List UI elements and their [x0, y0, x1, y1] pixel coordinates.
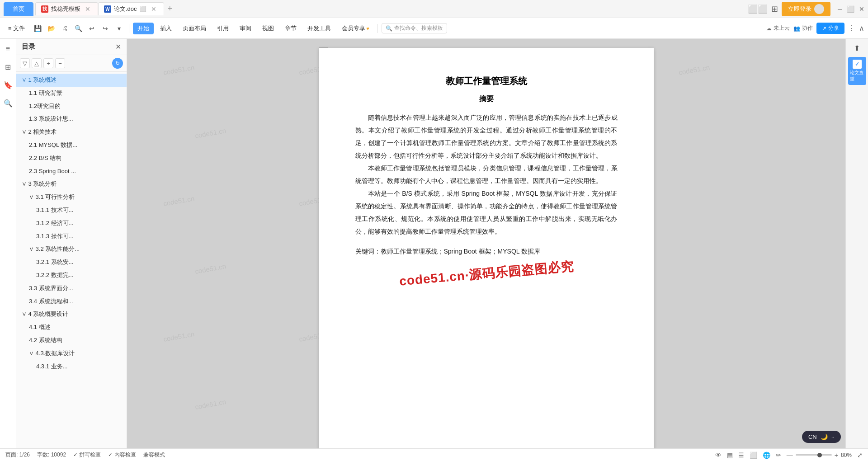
- tab-template[interactable]: 找 找稳壳模板 ✕: [35, 2, 98, 15]
- share-button[interactable]: ↗ 分享: [816, 23, 844, 34]
- document-page: 教师工作量管理系统 摘要 随着信息技术在管理上越来越深入而广泛的应用，管理信息系…: [319, 48, 654, 448]
- zoom-plus-button[interactable]: +: [835, 452, 838, 459]
- view-doc-button[interactable]: ▤: [727, 452, 733, 459]
- toc-item[interactable]: 2.3 Spring Boot ...: [16, 165, 127, 178]
- ribbon-collapse-button[interactable]: ∧: [859, 24, 864, 33]
- view-page-button[interactable]: ⬜: [750, 452, 757, 459]
- toc-expand-all[interactable]: ▽: [20, 58, 30, 68]
- doc-tab-restore[interactable]: ⬜: [140, 6, 146, 12]
- zoom-slider[interactable]: [796, 454, 832, 456]
- ribbon-reference[interactable]: 引用: [212, 23, 233, 34]
- more-icon[interactable]: ▾: [113, 22, 125, 35]
- ribbon-chapter[interactable]: 章节: [280, 23, 301, 34]
- toc-item[interactable]: ∨ 4.3.数据库设计: [16, 347, 127, 360]
- upload-icon: ⬆: [852, 42, 863, 53]
- toc-item[interactable]: 3.2.1 系统安...: [16, 256, 127, 269]
- upload-button[interactable]: ⬆: [849, 42, 865, 53]
- view-list-button[interactable]: ☰: [738, 452, 744, 459]
- tab-doc[interactable]: W 论文.doc ⬜ ✕: [98, 2, 164, 15]
- ribbon-search-box[interactable]: 🔍 查找命令、搜索模板: [382, 23, 447, 33]
- toc-item[interactable]: 3.4 系统流程和...: [16, 295, 127, 308]
- toc-item[interactable]: 1.2研究目的: [16, 100, 127, 113]
- view-web-button[interactable]: 🌐: [763, 452, 770, 459]
- doc-tab-close[interactable]: ✕: [149, 5, 158, 14]
- toc-item[interactable]: 4.3.1 业务...: [16, 360, 127, 373]
- ribbon-layout[interactable]: 页面布局: [178, 23, 211, 34]
- maximize-button[interactable]: ⬜: [847, 5, 854, 13]
- minimize-button[interactable]: ─: [838, 5, 842, 13]
- ribbon-view[interactable]: 视图: [258, 23, 278, 34]
- zoom-minus-button[interactable]: —: [787, 452, 793, 459]
- redo-icon[interactable]: ↪: [99, 22, 112, 35]
- page-corner-tl: [319, 47, 328, 56]
- toc-item[interactable]: 2.1 MYSQL 数据...: [16, 139, 127, 152]
- layout-icon[interactable]: ⬜⬜: [748, 4, 768, 14]
- cn-label: CN: [808, 433, 817, 440]
- print-icon[interactable]: 🖨: [58, 22, 71, 35]
- cn-language-button[interactable]: CN 🌙 ··: [802, 431, 841, 443]
- bookmark-icon-button[interactable]: 🔖: [2, 79, 14, 91]
- preview-icon[interactable]: 🔍: [72, 22, 85, 35]
- sidebar-title: 目录: [22, 42, 35, 51]
- toc-refresh-button[interactable]: ↻: [112, 58, 123, 69]
- close-button[interactable]: ✕: [859, 5, 864, 13]
- content-check-button[interactable]: ✓ 内容检查: [108, 451, 136, 459]
- eye-button[interactable]: 👁: [715, 452, 722, 459]
- template-tab-close[interactable]: ✕: [83, 5, 92, 14]
- collab-button[interactable]: 👥 协作: [793, 24, 813, 32]
- new-tab-button[interactable]: +: [164, 4, 176, 14]
- toc-item[interactable]: 4.2 系统结构: [16, 334, 127, 347]
- page-info: 页面: 1/26: [5, 451, 30, 459]
- save-icon[interactable]: 💾: [31, 22, 44, 35]
- ribbon-start[interactable]: 开始: [133, 23, 154, 34]
- toc-icon-button[interactable]: ≡: [2, 42, 14, 55]
- undo-icon[interactable]: ↩: [85, 22, 98, 35]
- toc-item[interactable]: 1.1 研究背景: [16, 87, 127, 100]
- ribbon-dev[interactable]: 开发工具: [303, 23, 335, 34]
- ribbon-insert[interactable]: 插入: [156, 23, 176, 34]
- grid-icon[interactable]: ⊞: [771, 4, 778, 14]
- tab-home[interactable]: 首页: [4, 2, 33, 16]
- nav-icon-button[interactable]: ⊞: [2, 61, 14, 73]
- toc-item[interactable]: ∨ 4 系统概要设计: [16, 308, 127, 321]
- icon-bar: ≡ ⊞ 🔖 🔍: [0, 39, 16, 448]
- ribbon-tools: 💾 📂 🖨 🔍 ↩ ↪ ▾: [31, 22, 125, 35]
- toc-item[interactable]: 2.2 B/S 结构: [16, 152, 127, 165]
- toc-item[interactable]: 3.2.2 数据完...: [16, 269, 127, 282]
- toc-item[interactable]: 3.3 系统界面分...: [16, 282, 127, 295]
- paragraph-3: 本站是一个 B/S 模式系统，采用 Spring Boot 框架，MYSQL 数…: [355, 187, 618, 238]
- document-body: 随着信息技术在管理上越来越深入而广泛的应用，管理信息系统的实施在技术上已逐步成熟…: [355, 111, 618, 238]
- view-edit-button[interactable]: ✏: [776, 452, 781, 459]
- ribbon-more-button[interactable]: ⋮: [848, 24, 855, 33]
- toc-item[interactable]: 4.1 概述: [16, 321, 127, 334]
- window-controls: ─ ⬜ ✕: [838, 5, 864, 13]
- cloud-button[interactable]: ☁ 未上云: [766, 24, 790, 32]
- toc-item[interactable]: 1.3 系统设计思...: [16, 113, 127, 126]
- login-button[interactable]: 立即登录: [782, 2, 830, 16]
- watermark-6: code51.cn: [194, 127, 226, 140]
- essay-check-button[interactable]: ✓ 论文查重: [848, 57, 866, 85]
- toc-remove[interactable]: −: [55, 58, 65, 68]
- toc-item[interactable]: 3.1.3 操作可...: [16, 230, 127, 243]
- toc-item[interactable]: ∨ 3 系统分析: [16, 178, 127, 191]
- file-menu[interactable]: ≡ 文件: [4, 23, 29, 34]
- cloud-label: 未上云: [774, 24, 790, 32]
- toc-item[interactable]: ∨ 2 相关技术: [16, 126, 127, 139]
- toc-item[interactable]: 3.1.1 技术可...: [16, 204, 127, 217]
- dots-icon: ··: [831, 433, 835, 440]
- search-sidebar-button[interactable]: 🔍: [2, 97, 14, 109]
- toc-item[interactable]: ∨ 1 系统概述: [16, 74, 127, 87]
- toc-collapse-all[interactable]: △: [32, 58, 42, 68]
- ribbon-member[interactable]: 会员专享♥: [337, 23, 374, 34]
- document-keywords: 关键词：教师工作量管理系统；Spring Boot 框架；MYSQL 数据库: [355, 245, 618, 258]
- sidebar-close-button[interactable]: ✕: [115, 42, 121, 51]
- document-area[interactable]: code51.cn code51.cn code51.cn code51.cn …: [127, 39, 845, 448]
- toc-add[interactable]: +: [43, 58, 53, 68]
- fullscreen-button[interactable]: ⤢: [857, 452, 863, 459]
- toc-item[interactable]: ∨ 3.1 可行性分析: [16, 191, 127, 204]
- open-icon[interactable]: 📂: [45, 22, 57, 35]
- toc-item[interactable]: ∨ 3.2 系统性能分...: [16, 243, 127, 256]
- ribbon-review[interactable]: 审阅: [235, 23, 256, 34]
- toc-item[interactable]: 3.1.2 经济可...: [16, 217, 127, 230]
- spell-check-button[interactable]: ✓ 拼写检查: [73, 451, 101, 459]
